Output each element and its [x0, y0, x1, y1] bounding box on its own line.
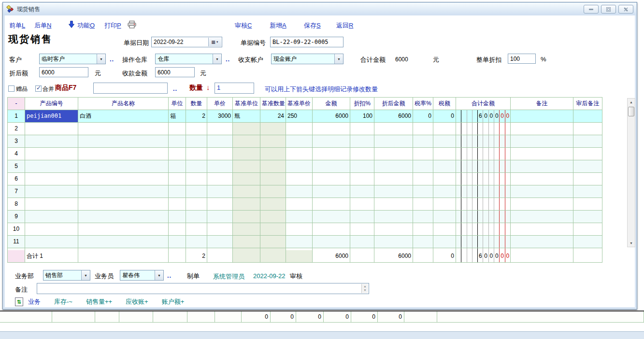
- cell-audit_note[interactable]: [573, 135, 602, 148]
- cell-tax[interactable]: [433, 160, 456, 173]
- cell-note[interactable]: [511, 173, 573, 185]
- function-button[interactable]: 功能O: [77, 21, 95, 30]
- cell-digits[interactable]: [456, 123, 511, 135]
- cell-amount[interactable]: [313, 135, 350, 148]
- cell-base_unit[interactable]: [233, 185, 260, 198]
- cell-audit_note[interactable]: [573, 211, 602, 223]
- note-input[interactable]: ▲▼: [37, 283, 369, 294]
- cell-note[interactable]: [511, 135, 573, 148]
- printer-icon[interactable]: [128, 21, 136, 30]
- cell-tax_rate[interactable]: [413, 211, 433, 223]
- cell-tax[interactable]: [433, 198, 456, 211]
- cell-note[interactable]: [511, 185, 573, 198]
- calendar-dropdown-button[interactable]: ▦▼: [208, 38, 221, 46]
- cell-discount[interactable]: [350, 173, 374, 185]
- cell-digits[interactable]: [456, 160, 511, 173]
- cell-discount[interactable]: [350, 198, 374, 211]
- doc-date-input[interactable]: 2022-09-22 ▦▼: [151, 37, 222, 47]
- cell-code[interactable]: [25, 185, 78, 198]
- cell-unit[interactable]: [169, 211, 186, 223]
- cell-name[interactable]: [78, 123, 169, 135]
- cell-note[interactable]: [511, 223, 573, 236]
- cell-tax[interactable]: [433, 123, 456, 135]
- cell-price[interactable]: 3000: [207, 110, 233, 123]
- cell-name[interactable]: [78, 185, 169, 198]
- cell-tax[interactable]: [433, 173, 456, 185]
- product-input[interactable]: [93, 83, 168, 94]
- cell-after_discount[interactable]: [374, 236, 413, 248]
- cell-base_qty[interactable]: [260, 185, 286, 198]
- product-lookup-button[interactable]: ..: [173, 85, 177, 92]
- cell-audit_note[interactable]: [573, 123, 602, 135]
- cell-after_discount[interactable]: [374, 123, 413, 135]
- cell-price[interactable]: [207, 148, 233, 160]
- cell-code[interactable]: [25, 123, 78, 135]
- cell-audit_note[interactable]: [573, 148, 602, 160]
- cell-digits[interactable]: [456, 223, 511, 236]
- cell-base_qty[interactable]: [260, 211, 286, 223]
- dept-combo[interactable]: 销售部▼: [43, 270, 90, 281]
- cell-no[interactable]: 6: [8, 173, 25, 185]
- cell-tax_rate[interactable]: [413, 173, 433, 185]
- cell-audit_note[interactable]: [573, 110, 602, 123]
- whole-discount-input[interactable]: 100: [508, 54, 536, 64]
- cell-base_price[interactable]: [286, 123, 313, 135]
- cell-discount[interactable]: [350, 123, 374, 135]
- cell-tax_rate[interactable]: [413, 236, 433, 248]
- cell-price[interactable]: [207, 236, 233, 248]
- cell-price[interactable]: [207, 123, 233, 135]
- cell-discount[interactable]: [350, 148, 374, 160]
- cell-name[interactable]: 白酒: [78, 110, 169, 123]
- cell-base_qty[interactable]: [260, 236, 286, 248]
- scroll-up-icon[interactable]: ▲: [628, 99, 635, 106]
- cell-name[interactable]: [78, 135, 169, 148]
- after-discount-input[interactable]: 6000: [39, 67, 88, 77]
- cell-base_unit[interactable]: [233, 223, 260, 236]
- link-sales-volume[interactable]: 销售量++: [86, 297, 112, 306]
- cell-qty[interactable]: [186, 135, 207, 148]
- cell-base_price[interactable]: [286, 148, 313, 160]
- cell-tax[interactable]: [433, 148, 456, 160]
- cell-base_qty[interactable]: [260, 223, 286, 236]
- link-business[interactable]: 业务: [28, 297, 41, 306]
- cell-qty[interactable]: [186, 160, 207, 173]
- cell-unit[interactable]: [169, 198, 186, 211]
- cell-after_discount[interactable]: [374, 198, 413, 211]
- cell-digits[interactable]: [456, 185, 511, 198]
- cell-amount[interactable]: [313, 123, 350, 135]
- cell-base_unit[interactable]: [233, 211, 260, 223]
- return-button[interactable]: 返回R: [336, 21, 353, 30]
- cell-base_qty[interactable]: [260, 160, 286, 173]
- cell-audit_note[interactable]: [573, 198, 602, 211]
- cell-note[interactable]: [511, 211, 573, 223]
- cell-no[interactable]: 1: [8, 110, 25, 123]
- cell-base_price[interactable]: [286, 173, 313, 185]
- cell-digits[interactable]: [456, 148, 511, 160]
- cell-amount[interactable]: [313, 198, 350, 211]
- cell-after_discount[interactable]: 6000: [374, 110, 413, 123]
- cell-audit_note[interactable]: [573, 173, 602, 185]
- cell-qty[interactable]: [186, 223, 207, 236]
- received-input[interactable]: 6000: [155, 67, 195, 77]
- cell-discount[interactable]: [350, 223, 374, 236]
- cell-after_discount[interactable]: [374, 135, 413, 148]
- cell-note[interactable]: [511, 160, 573, 173]
- cell-amount[interactable]: [313, 185, 350, 198]
- cell-price[interactable]: [207, 173, 233, 185]
- cell-base_price[interactable]: 250: [286, 110, 313, 123]
- cell-base_price[interactable]: [286, 135, 313, 148]
- cell-tax[interactable]: [433, 223, 456, 236]
- cell-discount[interactable]: [350, 185, 374, 198]
- cell-base_qty[interactable]: [260, 135, 286, 148]
- cell-digits[interactable]: 600000: [456, 110, 511, 123]
- cell-tax[interactable]: 0: [433, 110, 456, 123]
- cell-base_qty[interactable]: 24: [260, 110, 286, 123]
- cell-note[interactable]: [511, 110, 573, 123]
- cell-price[interactable]: [207, 198, 233, 211]
- cell-base_price[interactable]: [286, 236, 313, 248]
- cell-base_unit[interactable]: [233, 160, 260, 173]
- cell-name[interactable]: [78, 223, 169, 236]
- cell-tax_rate[interactable]: [413, 123, 433, 135]
- cell-audit_note[interactable]: [573, 185, 602, 198]
- cell-code[interactable]: [25, 173, 78, 185]
